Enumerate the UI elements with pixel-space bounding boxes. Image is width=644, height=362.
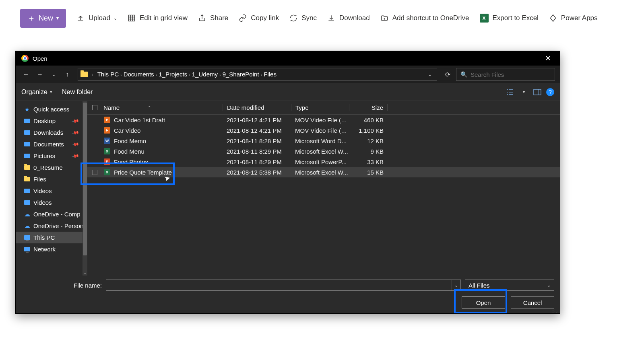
file-list-area: Name⌃ Date modified Type Size Car Video … — [87, 101, 560, 276]
sidebar-item-label: Files — [33, 176, 46, 183]
sidebar-item[interactable]: Documents📌 — [16, 138, 87, 150]
file-row[interactable]: XPrice Quote Template2021-08-12 5:38 PMM… — [87, 167, 560, 177]
sidebar-item[interactable]: Desktop📌 — [16, 115, 87, 127]
select-all-checkbox[interactable] — [92, 105, 97, 110]
breadcrumb-segment[interactable]: Documents — [124, 71, 154, 78]
dialog-title: Open — [33, 55, 47, 62]
up-button[interactable]: ↑ — [62, 69, 73, 80]
help-button[interactable]: ? — [546, 88, 554, 96]
download-button[interactable]: Download — [327, 14, 370, 22]
sidebar-item[interactable]: ★Quick access — [16, 103, 87, 115]
sidebar-item[interactable]: 0_Resume — [16, 162, 87, 173]
sync-label: Sync — [301, 14, 317, 22]
breadcrumb-segment[interactable]: 9_SharePoint — [223, 71, 259, 78]
file-row[interactable]: Car Video 1st Draft2021-08-12 4:21 PMMOV… — [87, 115, 560, 125]
sync-button[interactable]: Sync — [289, 14, 317, 22]
new-folder-button[interactable]: New folder — [62, 88, 93, 96]
column-header-size[interactable]: Size — [349, 104, 388, 111]
sidebar-item[interactable]: Network — [16, 243, 87, 255]
file-name-input[interactable] — [106, 282, 452, 289]
sidebar-item[interactable]: Files — [16, 173, 87, 185]
recent-locations-button[interactable]: ⌄ — [48, 69, 59, 80]
file-name-combo[interactable]: ⌄ — [106, 280, 461, 291]
view-details-button[interactable] — [505, 88, 515, 96]
file-type-filter[interactable]: All Files ⌄ — [465, 280, 554, 291]
chevron-down-icon: ⌄ — [547, 283, 551, 288]
sidebar-item[interactable]: Videos — [16, 197, 87, 208]
sharepoint-command-bar: ＋ New ▾ Upload ⌄ Edit in grid view Share… — [0, 0, 644, 36]
export-excel-button[interactable]: X Export to Excel — [480, 14, 539, 23]
plus-icon: ＋ — [27, 13, 35, 24]
sidebar-item[interactable]: ☁OneDrive - Person — [16, 220, 87, 232]
refresh-button[interactable]: ⟳ — [442, 71, 454, 78]
chevron-right-icon: › — [189, 72, 190, 77]
organize-button[interactable]: Organize▾ — [21, 88, 52, 96]
sidebar-item-label: OneDrive - Person — [33, 222, 83, 229]
open-button[interactable]: Open — [462, 296, 505, 309]
view-dropdown[interactable]: ▾ — [519, 88, 528, 96]
chevron-down-icon: ⌄ — [114, 16, 117, 21]
close-button[interactable]: ✕ — [541, 54, 554, 63]
chevron-right-icon: › — [219, 72, 221, 77]
new-button[interactable]: ＋ New ▾ — [20, 9, 66, 28]
pin-icon: 📌 — [71, 152, 79, 160]
copy-link-button[interactable]: Copy link — [239, 14, 279, 22]
search-input[interactable] — [471, 71, 551, 78]
file-size: 33 KB — [349, 158, 388, 165]
sidebar-item[interactable]: Pictures📌 — [16, 150, 87, 162]
file-name: Food Memo — [114, 138, 146, 144]
breadcrumb-segment[interactable]: 1_Projects — [159, 71, 187, 78]
share-button[interactable]: Share — [198, 14, 228, 22]
column-header-type[interactable]: Type — [291, 104, 349, 111]
search-box[interactable]: 🔍 — [456, 68, 555, 81]
copy-link-label: Copy link — [251, 14, 279, 22]
sidebar-item[interactable]: Downloads📌 — [16, 127, 87, 138]
breadcrumb-bar[interactable]: › This PC›Documents›1_Projects›1_Udemy›9… — [78, 68, 437, 81]
excel-icon: X — [480, 14, 489, 23]
upload-button[interactable]: Upload ⌄ — [76, 14, 117, 22]
breadcrumb-segment[interactable]: Files — [264, 71, 277, 78]
file-size: 15 KB — [349, 169, 388, 176]
file-row[interactable]: Car Video2021-08-12 4:21 PMMOV Video Fil… — [87, 125, 560, 136]
resize-grip[interactable]: ⋰⋰⋰ — [552, 309, 559, 313]
dialog-sidebar: ★Quick accessDesktop📌Downloads📌Documents… — [16, 101, 87, 276]
folder-icon — [80, 72, 88, 77]
file-type: Microsoft Excel W... — [291, 148, 349, 155]
sidebar-item[interactable]: ☁OneDrive - Comp — [16, 208, 87, 220]
breadcrumb-segment[interactable]: 1_Udemy — [192, 71, 218, 78]
back-button[interactable]: ← — [21, 69, 32, 80]
pin-icon: 📌 — [71, 140, 79, 148]
power-apps-button[interactable]: Power Apps — [549, 14, 598, 22]
add-shortcut-button[interactable]: Add shortcut to OneDrive — [380, 14, 469, 22]
column-header-row: Name⌃ Date modified Type Size — [87, 101, 560, 115]
file-row[interactable]: WFood Memo2021-08-11 8:28 PMMicrosoft Wo… — [87, 136, 560, 146]
breadcrumb-dropdown[interactable]: ⌄ — [425, 72, 434, 77]
share-icon — [198, 14, 206, 22]
sidebar-item-label: Pictures — [33, 152, 55, 159]
sidebar-item[interactable]: Videos — [16, 185, 87, 197]
edit-grid-label: Edit in grid view — [140, 14, 188, 22]
sidebar-item[interactable]: This PC — [16, 232, 87, 243]
column-header-date[interactable]: Date modified — [223, 104, 291, 111]
column-header-name[interactable]: Name⌃ — [102, 104, 223, 111]
forward-button[interactable]: → — [34, 69, 45, 80]
file-row[interactable]: PFood Photos2021-08-11 8:29 PMMicrosoft … — [87, 156, 560, 167]
sidebar-item-label: This PC — [33, 234, 55, 241]
organize-label: Organize — [21, 88, 47, 96]
chevron-down-icon: ▾ — [50, 89, 52, 95]
breadcrumb-segment[interactable]: This PC — [97, 71, 119, 78]
sidebar-item-label: Downloads — [33, 129, 63, 136]
file-date: 2021-08-12 5:38 PM — [223, 169, 291, 176]
edit-grid-button[interactable]: Edit in grid view — [128, 14, 188, 22]
new-label: New — [39, 14, 53, 23]
sidebar-item-label: Videos — [33, 199, 52, 206]
file-row[interactable]: XFood Menu2021-08-11 8:29 PMMicrosoft Ex… — [87, 146, 560, 156]
cancel-button[interactable]: Cancel — [511, 296, 554, 309]
file-name-dropdown[interactable]: ⌄ — [452, 280, 460, 290]
sidebar-scrollbar[interactable]: ⌄ — [83, 101, 87, 276]
share-label: Share — [210, 14, 228, 22]
row-checkbox[interactable] — [92, 170, 97, 175]
preview-pane-button[interactable] — [533, 88, 542, 96]
file-name: Car Video 1st Draft — [114, 117, 165, 123]
file-date: 2021-08-11 8:29 PM — [223, 158, 291, 165]
